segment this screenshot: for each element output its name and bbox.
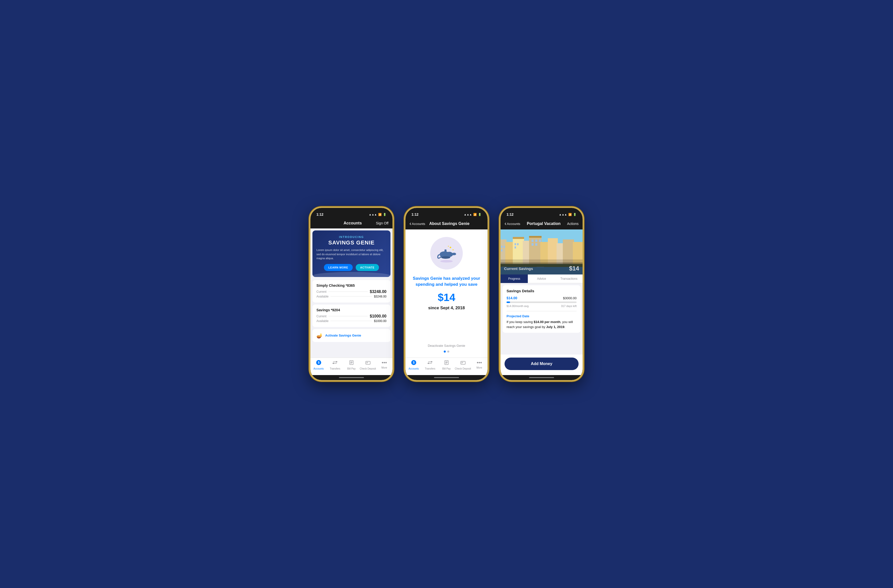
wifi-icon-2: 📶: [473, 213, 477, 216]
back-to-accounts-2[interactable]: Accounts: [409, 221, 425, 226]
svg-text:✦: ✦: [448, 245, 449, 247]
actions-button[interactable]: Actions: [567, 222, 579, 226]
battery-icon-3: 🔋: [573, 213, 577, 216]
back-to-accounts-3[interactable]: Accounts: [505, 221, 520, 226]
tab-billpay-label-2: Bill Pay: [442, 367, 451, 370]
genie-lamp-circle: ✦ ✦ ✦: [430, 237, 463, 269]
tab-transfers-1[interactable]: Transfers: [327, 360, 343, 371]
tab-accounts-1[interactable]: $ Accounts: [310, 360, 327, 371]
nav-title-2: About Savings Genie: [429, 221, 469, 226]
svg-rect-39: [514, 243, 516, 245]
svg-rect-36: [501, 246, 502, 248]
tab-billpay-2[interactable]: Bill Pay: [438, 360, 455, 371]
learn-more-button[interactable]: LEARN MORE: [324, 264, 353, 271]
svg-rect-34: [563, 239, 574, 265]
status-icons-3: ▲▲▲ 📶 🔋: [559, 213, 577, 216]
genie-title: SAVINGS GENIE: [316, 239, 386, 246]
svg-text:✦: ✦: [452, 248, 454, 251]
savings-account-name: Savings *9204: [316, 308, 386, 312]
savings-available-row: Available $1000.00: [316, 319, 386, 323]
savings-current-divider: [328, 316, 368, 316]
dot-2: [447, 350, 449, 353]
projected-date-section: Projected Date If you keep saving $14.00…: [507, 314, 577, 329]
progress-bar-fill: [507, 302, 510, 303]
home-indicator-1: [310, 375, 392, 380]
promo-banner: INTRODUCING SAVINGS GENIE Lorem ipsum do…: [313, 230, 391, 277]
savings-details-card: Savings Details $14.00 $3000.00 $14.00/m…: [502, 285, 580, 333]
svg-rect-37: [504, 246, 505, 248]
checking-account-name: Simply Checking *8365: [316, 283, 386, 287]
svg-rect-11: [445, 250, 446, 253]
tab-checkdeposit-2[interactable]: Check Deposit: [455, 360, 471, 371]
tab-billpay-1[interactable]: Bill Pay: [343, 360, 360, 371]
svg-rect-45: [532, 243, 534, 246]
time-2: 1:12: [412, 212, 418, 217]
svg-text:✦: ✦: [449, 245, 452, 250]
phone-3-screen: 1:12 ▲▲▲ 📶 🔋 Accounts Portugal Vacation …: [501, 208, 583, 380]
signal-icon-1: ▲▲▲: [369, 213, 377, 216]
home-indicator-2: [406, 375, 487, 380]
dot-1: [444, 350, 446, 353]
svg-rect-28: [513, 238, 524, 265]
phone-2: 1:12 ▲▲▲ 📶 🔋 Accounts About Savings Geni…: [404, 206, 489, 382]
phone-1: 1:12 ▲▲▲ 📶 🔋 Accounts Sign Off INTRODUCI…: [309, 206, 394, 382]
status-bar-1: 1:12 ▲▲▲ 📶 🔋: [310, 208, 392, 219]
nav-bar-3: Accounts Portugal Vacation Actions: [501, 219, 583, 229]
tab-accounts-2[interactable]: $ Accounts: [406, 360, 422, 371]
tab-transactions[interactable]: Transactions: [555, 274, 583, 283]
svg-rect-42: [532, 239, 534, 242]
sign-off-button[interactable]: Sign Off: [376, 221, 388, 225]
wifi-icon-3: 📶: [568, 213, 572, 216]
monthly-avg: $14.00/month avg.: [507, 305, 529, 308]
time-1: 1:12: [316, 212, 323, 217]
days-left: 317 days left: [561, 305, 577, 308]
promo-buttons: LEARN MORE ACTIVATE: [316, 264, 386, 271]
tab-advice[interactable]: Advice: [528, 274, 555, 283]
tab-accounts-label-2: Accounts: [409, 367, 419, 370]
savings-current-value: $1000.00: [370, 314, 386, 319]
battery-icon-1: 🔋: [383, 213, 386, 216]
activate-savings-row[interactable]: 🪔 Activate Savings Genie: [313, 329, 391, 342]
tab-more-1[interactable]: ••• More: [376, 360, 392, 371]
account-card-checking[interactable]: Simply Checking *8365 Current $3248.00 A…: [313, 280, 391, 302]
tab-checkdeposit-1[interactable]: Check Deposit: [360, 360, 376, 371]
svg-rect-48: [529, 236, 541, 238]
add-money-button[interactable]: Add Money: [505, 358, 579, 370]
about-screen: ✦ ✦ ✦ Savings Genie has analyzed your sp…: [406, 229, 487, 358]
transfers-icon-1: [332, 360, 338, 367]
svg-rect-31: [540, 242, 549, 265]
tab-accounts-label-1: Accounts: [313, 367, 324, 370]
billpay-icon-1: [349, 360, 354, 367]
checkdeposit-icon-2: [460, 360, 466, 367]
tab-transfers-2[interactable]: Transfers: [422, 360, 439, 371]
svg-rect-49: [501, 266, 583, 274]
tab-more-label-1: More: [382, 366, 387, 369]
deactivate-button[interactable]: Deactivate Savings Genie: [428, 344, 465, 347]
wifi-icon-1: 📶: [378, 213, 382, 216]
account-card-savings[interactable]: Savings *9204 Current $1000.00 Available…: [313, 305, 391, 327]
tab-more-2[interactable]: ••• More: [471, 360, 487, 371]
savings-analyzed-text: Savings Genie has analyzed your spending…: [410, 275, 483, 287]
savings-current-row: Current $1000.00: [316, 314, 386, 319]
billpay-icon-2: [444, 360, 449, 367]
tab-progress[interactable]: Progress: [501, 274, 528, 283]
introducing-label: INTRODUCING: [316, 235, 386, 238]
savings-available-value: $1000.00: [374, 319, 386, 323]
nav-title-1: Accounts: [343, 221, 362, 226]
screen-content-1: INTRODUCING SAVINGS GENIE Lorem ipsum do…: [310, 229, 392, 358]
current-amount: $14.00: [507, 296, 517, 300]
svg-rect-32: [548, 238, 558, 265]
tab-bar-2: $ Accounts Transfers Bill Pay: [406, 358, 487, 375]
savings-amount-display: $14: [438, 292, 455, 304]
checking-available-label: Available: [316, 295, 328, 298]
battery-icon-2: 🔋: [478, 213, 481, 216]
detail-tabs-row: Progress Advice Transactions: [501, 274, 583, 283]
savings-available-label: Available: [316, 319, 328, 323]
transfers-icon-2: [427, 360, 433, 367]
svg-rect-6: [366, 361, 370, 364]
hero-label: Current Savings: [504, 266, 533, 271]
nav-bar-2: Accounts About Savings Genie: [406, 219, 487, 229]
more-icon-2: •••: [477, 360, 482, 365]
activate-button[interactable]: ACTIVATE: [356, 264, 379, 271]
tab-billpay-label-1: Bill Pay: [347, 367, 355, 370]
